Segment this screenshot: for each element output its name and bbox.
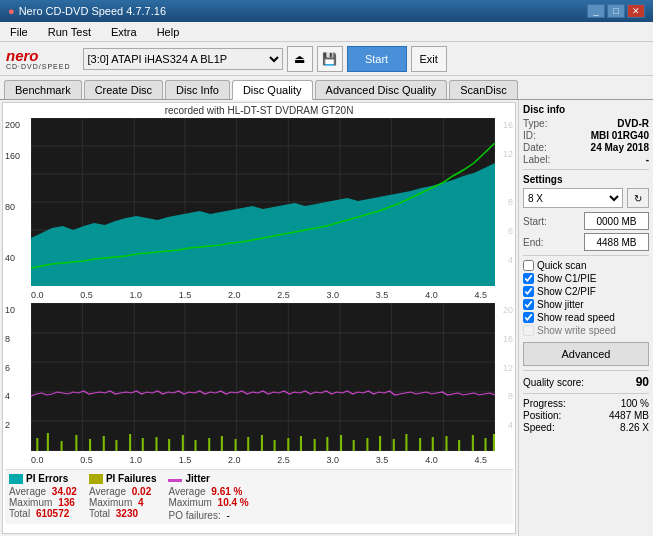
pi-errors-max-value: 136 xyxy=(58,497,75,508)
end-input[interactable] xyxy=(584,233,649,251)
tab-disc-info[interactable]: Disc Info xyxy=(165,80,230,99)
menu-file[interactable]: File xyxy=(4,24,34,40)
eject-button[interactable]: ⏏ xyxy=(287,46,313,72)
quick-scan-label: Quick scan xyxy=(537,260,586,271)
show-jitter-row: Show jitter xyxy=(523,299,649,310)
bottom-chart xyxy=(31,303,495,451)
speed-refresh-button[interactable]: ↻ xyxy=(627,188,649,208)
tab-benchmark[interactable]: Benchmark xyxy=(4,80,82,99)
show-c2-pif-label: Show C2/PIF xyxy=(537,286,596,297)
main-content: recorded with HL-DT-ST DVDRAM GT20N 200 … xyxy=(0,100,653,536)
po-failures-value: - xyxy=(227,510,230,521)
tab-scan-disc[interactable]: ScanDisc xyxy=(449,80,517,99)
show-read-speed-checkbox[interactable] xyxy=(523,312,534,323)
end-field-row: End: xyxy=(523,233,649,251)
save-button[interactable]: 💾 xyxy=(317,46,343,72)
start-input[interactable] xyxy=(584,212,649,230)
menu-help[interactable]: Help xyxy=(151,24,186,40)
pi-failures-max-value: 4 xyxy=(138,497,144,508)
svg-rect-42 xyxy=(115,440,117,451)
tab-disc-quality[interactable]: Disc Quality xyxy=(232,80,313,100)
svg-rect-46 xyxy=(168,439,170,451)
title-bar-controls: _ □ ✕ xyxy=(587,4,645,18)
maximize-button[interactable]: □ xyxy=(607,4,625,18)
legend-jitter: Jitter Average 9.61 % Maximum 10.4 % PO … xyxy=(168,473,248,521)
disc-type-label: Type: xyxy=(523,118,547,129)
menu-run-test[interactable]: Run Test xyxy=(42,24,97,40)
start-button[interactable]: Start xyxy=(347,46,407,72)
advanced-button[interactable]: Advanced xyxy=(523,342,649,366)
show-jitter-checkbox[interactable] xyxy=(523,299,534,310)
tab-advanced-disc-quality[interactable]: Advanced Disc Quality xyxy=(315,80,448,99)
svg-rect-65 xyxy=(419,438,421,451)
svg-rect-43 xyxy=(129,434,131,451)
svg-rect-61 xyxy=(366,438,368,451)
svg-rect-19 xyxy=(31,303,495,451)
svg-rect-39 xyxy=(75,435,77,451)
quality-score-value: 90 xyxy=(636,375,649,389)
top-chart xyxy=(31,118,495,286)
menu-bar: File Run Test Extra Help xyxy=(0,22,653,42)
separator-1 xyxy=(523,169,649,170)
svg-rect-38 xyxy=(61,441,63,451)
disc-label-row: Label: - xyxy=(523,154,649,165)
minimize-button[interactable]: _ xyxy=(587,4,605,18)
svg-rect-56 xyxy=(300,436,302,451)
disc-id-label: ID: xyxy=(523,130,536,141)
svg-rect-64 xyxy=(405,434,407,451)
logo: nero CD·DVD/SPEED xyxy=(6,48,71,70)
show-c1-pie-checkbox[interactable] xyxy=(523,273,534,284)
bottom-chart-container: 10 8 6 4 2 20 16 12 8 4 xyxy=(5,303,513,451)
close-button[interactable]: ✕ xyxy=(627,4,645,18)
show-c1-pie-label: Show C1/PIE xyxy=(537,273,596,284)
show-c1-pie-row: Show C1/PIE xyxy=(523,273,649,284)
x-axis-bottom: 0.0 0.5 1.0 1.5 2.0 2.5 3.0 3.5 4.0 4.5 xyxy=(5,455,513,465)
menu-extra[interactable]: Extra xyxy=(105,24,143,40)
pi-errors-label: PI Errors xyxy=(26,473,68,484)
pi-failures-total-value: 3230 xyxy=(116,508,138,519)
svg-rect-60 xyxy=(353,440,355,451)
y-axis-right-top: 16 12 8 6 4 xyxy=(495,118,513,286)
drive-select[interactable]: [3:0] ATAPI iHAS324 A BL1P xyxy=(83,48,283,70)
speed-label: Speed: xyxy=(523,422,555,433)
disc-date-value: 24 May 2018 xyxy=(591,142,649,153)
show-write-speed-row: Show write speed xyxy=(523,325,649,336)
exit-button[interactable]: Exit xyxy=(411,46,447,72)
toolbar: nero CD·DVD/SPEED [3:0] ATAPI iHAS324 A … xyxy=(0,42,653,76)
show-jitter-label: Show jitter xyxy=(537,299,584,310)
pi-failures-color xyxy=(89,474,103,484)
svg-rect-37 xyxy=(47,433,49,451)
svg-rect-62 xyxy=(379,436,381,451)
quick-scan-checkbox[interactable] xyxy=(523,260,534,271)
svg-rect-48 xyxy=(194,440,196,451)
disc-date-label: Date: xyxy=(523,142,547,153)
svg-rect-44 xyxy=(142,438,144,451)
pi-failures-avg-value: 0.02 xyxy=(132,486,151,497)
settings-title: Settings xyxy=(523,174,649,185)
right-panel: Disc info Type: DVD-R ID: MBI 01RG40 Dat… xyxy=(518,100,653,536)
svg-rect-54 xyxy=(274,440,276,451)
title-bar-title: ● Nero CD-DVD Speed 4.7.7.16 xyxy=(8,5,166,17)
quality-score-row: Quality score: 90 xyxy=(523,375,649,389)
pi-failures-avg-label: Average xyxy=(89,486,126,497)
svg-rect-69 xyxy=(472,435,474,451)
progress-label: Progress: xyxy=(523,398,566,409)
pi-failures-total-label: Total xyxy=(89,508,110,519)
pi-errors-avg-value: 34.02 xyxy=(52,486,77,497)
quick-scan-row: Quick scan xyxy=(523,260,649,271)
svg-rect-55 xyxy=(287,438,289,451)
jitter-label: Jitter xyxy=(185,473,209,484)
show-read-speed-label: Show read speed xyxy=(537,312,615,323)
show-c2-pif-checkbox[interactable] xyxy=(523,286,534,297)
svg-rect-41 xyxy=(103,436,105,451)
speed-select[interactable]: 8 X 4 X 16 X Max xyxy=(523,188,623,208)
y-axis-left-top: 200 160 80 40 xyxy=(5,118,31,286)
jitter-max-value: 10.4 % xyxy=(218,497,249,508)
tab-create-disc[interactable]: Create Disc xyxy=(84,80,163,99)
svg-rect-58 xyxy=(326,437,328,451)
y-axis-left-bottom: 10 8 6 4 2 xyxy=(5,303,31,451)
position-label: Position: xyxy=(523,410,561,421)
disc-type-row: Type: DVD-R xyxy=(523,118,649,129)
svg-rect-51 xyxy=(235,439,237,451)
disc-id-value: MBI 01RG40 xyxy=(591,130,649,141)
